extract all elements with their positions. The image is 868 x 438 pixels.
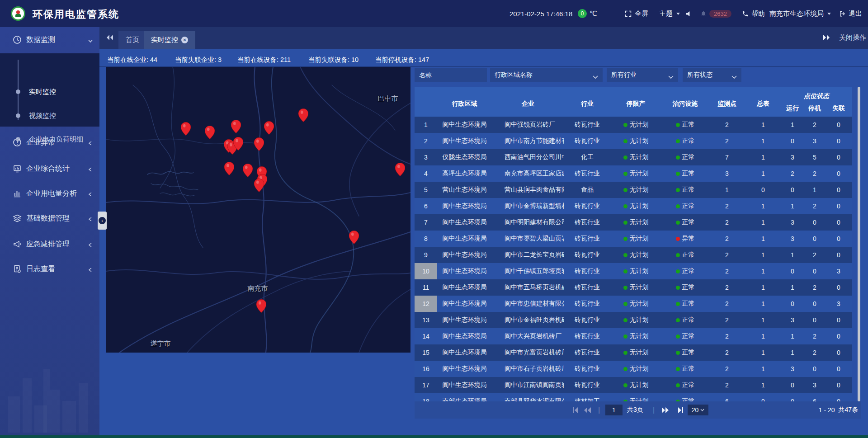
status-dot-icon (676, 204, 680, 208)
cell-stop: 2 (804, 279, 826, 296)
map-pin[interactable] (181, 122, 191, 136)
table-row[interactable]: 14阆中生态环境局阆中大兴页岩机砖厂砖瓦行业无计划正常21120 (415, 328, 852, 344)
cell-facility: 正常 (661, 117, 709, 133)
cell-enterprise: 阆中明阳建材有限公司 (492, 214, 564, 231)
cell-run: 0 (781, 393, 804, 401)
table-row[interactable]: 8阆中生态环境局阆中市枣碧大梁山页岩砖瓦行业无计划异常21300 (415, 231, 852, 247)
table-row[interactable]: 11阆中生态环境局阆中市五马桥页岩机砖砖瓦行业无计划正常21120 (415, 279, 852, 296)
city-label-遂宁市: 遂宁市 (151, 339, 171, 348)
map-pin[interactable] (395, 163, 405, 176)
cell-limit: 无计划 (610, 263, 661, 279)
status-filter-select[interactable]: 所有状态 (683, 68, 741, 82)
map-pin[interactable] (205, 126, 215, 139)
table-row[interactable]: 16阆中生态环境局阆中市石子页岩机砖厂砖瓦行业无计划正常21300 (415, 361, 852, 377)
map-pin[interactable] (224, 162, 234, 175)
sound-button[interactable] (685, 0, 692, 27)
cell-monitor: 3 (709, 165, 745, 182)
stat-item: 当前停机设备: 147 (375, 56, 429, 64)
table-scrollbar[interactable] (858, 87, 860, 401)
org-dropdown[interactable]: 南充市生态环境局 (769, 0, 831, 27)
status-dot-icon (623, 302, 627, 306)
map-pin[interactable] (254, 137, 264, 151)
table-row[interactable]: 5营山生态环境局营山县润丰肉食品有限食品无计划正常10010 (415, 182, 852, 198)
tab-realtime-monitor[interactable]: 实时监控 ✕ (144, 31, 195, 49)
cell-no: 15 (415, 344, 437, 361)
status-dot-icon (623, 221, 627, 225)
map-pin[interactable] (349, 231, 359, 244)
map-pin[interactable] (256, 299, 266, 313)
sidebar-item-7[interactable]: 日志查看 (0, 260, 99, 278)
status-dot-icon (676, 139, 680, 143)
page-number-input[interactable] (605, 405, 623, 415)
fullscreen-button[interactable]: 全屏 (624, 0, 648, 27)
sidebar-collapse-handle[interactable]: ‹ (98, 212, 107, 230)
map-pin[interactable] (264, 121, 274, 135)
sidebar-subitem-视频监控[interactable]: 视频监控 (0, 109, 99, 122)
sidebar-item-2[interactable]: 企业异常 (0, 133, 99, 151)
table-row[interactable]: 7阆中生态环境局阆中明阳建材有限公司砖瓦行业无计划正常21300 (415, 214, 852, 231)
cell-monitor: 1 (709, 182, 745, 198)
status-dot-icon (676, 188, 680, 192)
cell-stop: 0 (804, 312, 826, 328)
theme-dropdown[interactable]: 主题 (659, 0, 680, 27)
sidebar-item-5[interactable]: 基础数据管理 (0, 209, 99, 227)
table-row[interactable]: 10阆中生态环境局阆中千佛镇五郎垭页岩砖瓦行业无计划正常21003 (415, 263, 852, 279)
cell-total: 1 (745, 149, 781, 165)
last-page-button[interactable] (677, 401, 684, 419)
table-row[interactable]: 4高坪生态环境局南充市高坪区王家店建砖瓦行业无计划正常31220 (415, 165, 852, 182)
cell-total: 1 (745, 279, 781, 296)
first-page-button[interactable] (571, 401, 579, 419)
name-filter-input[interactable] (415, 68, 487, 82)
region-filter-select[interactable]: 行政区域名称 (490, 68, 603, 82)
table-row[interactable]: 6阆中生态环境局阆中市金博瑞新型墙材砖瓦行业无计划正常21120 (415, 198, 852, 214)
page-size-select[interactable]: 20 (688, 405, 708, 415)
table-row[interactable]: 3仪陇生态环境局西南油气田分公司川中化工无计划正常71350 (415, 149, 852, 165)
stat-item: 当前在线企业: 44 (107, 56, 157, 64)
table-row[interactable]: 1阆中生态环境局阆中强锐页岩砖厂砖瓦行业无计划正常21120 (415, 117, 852, 133)
cell-stop: 3 (804, 377, 826, 393)
close-tab-icon[interactable]: ✕ (181, 37, 188, 43)
map-pin[interactable] (231, 120, 241, 133)
clock-icon (13, 35, 22, 44)
map-pin[interactable] (254, 179, 264, 192)
close-operations-button[interactable]: 关闭操作 (839, 33, 866, 42)
table-row[interactable]: 15阆中生态环境局阆中市光富页岩机砖厂砖瓦行业无计划正常21120 (415, 344, 852, 361)
table-row[interactable]: 9阆中生态环境局阆中市二龙长宝页岩砖砖瓦行业无计划正常21120 (415, 247, 852, 263)
prev-page-button[interactable] (584, 401, 592, 419)
cell-stop: 6 (804, 393, 826, 401)
tabs-scroll-right-button[interactable] (822, 34, 830, 42)
sidebar-item-3[interactable]: 企业综合统计 (0, 160, 99, 178)
sidebar-item-6[interactable]: 应急减排管理 (0, 235, 99, 253)
table-row[interactable]: 17阆中生态环境局阆中市江南镇阆南页岩砖瓦行业无计划正常21030 (415, 377, 852, 393)
help-button[interactable]: 帮助 (742, 0, 765, 27)
sidebar-subitem-实时监控[interactable]: 实时监控 (0, 85, 99, 99)
notifications-button[interactable]: 2632 (700, 0, 731, 27)
table-row[interactable]: 12阆中生态环境局阆中市忠信建材有限公砖瓦行业无计划正常21003 (415, 296, 852, 312)
cell-total: 0 (745, 393, 781, 401)
tab-home[interactable]: 首页 (118, 31, 146, 49)
cell-lost: 0 (826, 247, 852, 263)
sidebar-submenu: 实时监控视频监控企业电力负荷明细 (0, 53, 99, 127)
status-dot-icon (623, 334, 627, 339)
temperature-badge: 0 (578, 9, 587, 18)
sidebar-item-1[interactable]: 数据监测 (0, 31, 99, 49)
cell-enterprise: 阆中市五马桥页岩机砖 (492, 279, 564, 296)
next-page-button[interactable] (661, 401, 669, 419)
map-pin[interactable] (233, 137, 243, 151)
cell-no: 1 (415, 117, 437, 133)
table-row[interactable]: 18南部生态环境局南部县双华水泥有限公建材加工无计划正常60060 (415, 393, 852, 401)
tabs-scroll-left-button[interactable] (106, 34, 114, 42)
map-pin[interactable] (243, 164, 253, 177)
map-panel[interactable]: 巴中市南充市遂宁市 (106, 67, 410, 353)
table-row[interactable]: 13阆中生态环境局阆中市金福旺页岩机砖砖瓦行业无计划正常21300 (415, 312, 852, 328)
map-pin[interactable] (298, 108, 308, 122)
logout-button[interactable]: 退出 (839, 0, 862, 27)
table-row[interactable]: 2阆中生态环境局阆中市南方节能建材有砖瓦行业无计划正常21030 (415, 133, 852, 149)
cell-monitor: 2 (709, 117, 745, 133)
sidebar-item-4[interactable]: 企业用电量分析 (0, 184, 99, 203)
col-run: 运行 (781, 100, 804, 117)
cell-facility: 正常 (661, 214, 709, 231)
status-dot-icon (623, 123, 627, 127)
industry-filter-select[interactable]: 所有行业 (607, 68, 678, 82)
cell-limit: 无计划 (610, 149, 661, 165)
